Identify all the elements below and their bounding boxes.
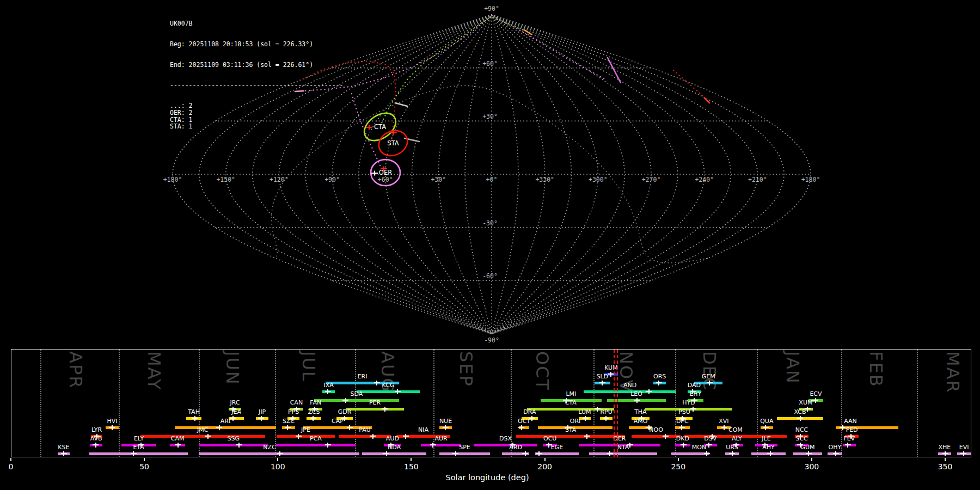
shower-label-NDA: NDA xyxy=(388,444,401,451)
shower-label-SPE: SPE xyxy=(459,444,470,451)
month-label-JUL: JUL xyxy=(298,351,319,382)
shower-label-DRA: DRA xyxy=(523,409,536,415)
shower-peak-marker-ECV xyxy=(812,398,818,403)
shower-label-PSU: PSU xyxy=(678,409,690,415)
shower-label-SSG: SSG xyxy=(227,436,240,442)
shower-label-ORS: ORS xyxy=(653,373,666,380)
x-tick-label-250: 250 xyxy=(671,462,685,471)
shower-label-AHY: AHY xyxy=(762,444,775,451)
shower-label-CAM: CAM xyxy=(171,436,185,442)
shower-label-ARI: ARI xyxy=(220,418,230,425)
shower-peak-marker-ERI xyxy=(374,381,380,385)
shower-label-FAN: FAN xyxy=(310,400,321,406)
shower-label-ALY: ALY xyxy=(732,436,742,442)
shower-label-NZC: NZC xyxy=(263,444,275,451)
shower-label-DSV: DSV xyxy=(704,436,716,442)
month-gridline-JUL xyxy=(275,350,276,457)
shower-label-QUA: QUA xyxy=(760,418,773,425)
shower-label-HYD: HYD xyxy=(682,400,695,406)
shower-label-LMI: LMI xyxy=(566,391,576,397)
month-gridline-JUN xyxy=(199,350,200,457)
begin-time: Beg: 20251108 20:18:53 (sol = 226.33°) xyxy=(170,41,344,48)
shower-peak-marker-QUA xyxy=(763,425,769,430)
current-sol-cursor xyxy=(617,350,618,457)
shower-label-KCG: KCG xyxy=(382,382,395,389)
month-label-FEB: FEB xyxy=(866,351,886,388)
shower-label-ERI: ERI xyxy=(358,373,367,380)
shower-label-DAD: DAD xyxy=(688,382,701,389)
shower-label-RPU: RPU xyxy=(600,409,612,415)
x-tick-label-200: 200 xyxy=(537,462,552,471)
shower-label-XVI: XVI xyxy=(719,418,728,425)
shower-label-NOO: NOO xyxy=(649,427,663,433)
shower-peak-marker-ARD xyxy=(522,451,528,456)
shower-label-GDR: GDR xyxy=(338,409,352,415)
shower-label-AUD: AUD xyxy=(386,436,399,442)
shower-peak-marker-NIA xyxy=(403,434,409,439)
shower-bar-AND xyxy=(584,390,676,393)
shower-peak-marker-ORS xyxy=(656,381,662,385)
meteor-observation-plot: { "header": { "station": "UK007B", "beg"… xyxy=(0,0,980,490)
shower-peak-marker-JMC xyxy=(205,434,211,439)
shower-peak-marker-TAH xyxy=(192,416,198,421)
x-tick-300 xyxy=(811,458,812,461)
shower-peak-marker-URS xyxy=(729,451,735,456)
shower-peak-marker-PER xyxy=(382,407,388,412)
shower-label-DSX: DSX xyxy=(499,436,512,442)
shower-bar-PER xyxy=(346,408,404,411)
end-time: End: 20251109 03:11:36 (sol = 226.61°) xyxy=(170,62,344,69)
shower-label-NTA: NTA xyxy=(617,444,629,451)
shower-label-OCU: OCU xyxy=(543,436,556,442)
shower-peak-marker-XHE xyxy=(942,451,948,456)
shower-label-XCB: XCB xyxy=(794,409,806,415)
shower-label-COM: COM xyxy=(728,427,743,433)
station-id: UK007B xyxy=(170,20,344,27)
shower-label-AND: AND xyxy=(623,382,636,389)
shower-label-ORI: ORI xyxy=(570,418,581,425)
shower-peak-marker-KUM xyxy=(608,372,614,377)
shower-label-OER: OER xyxy=(613,436,626,442)
shower-peak-marker-OHY xyxy=(833,451,839,456)
shower-peak-marker-AVB xyxy=(93,443,99,448)
shower-bar-SDA xyxy=(314,399,399,402)
shower-label-JRC: JRC xyxy=(230,400,240,406)
shower-label-ETA: ETA xyxy=(133,444,144,451)
shower-label-OCT: OCT xyxy=(518,418,530,425)
month-label-JAN: JAN xyxy=(782,351,803,384)
shower-label-PAU: PAU xyxy=(359,427,371,433)
x-tick-label-50: 50 xyxy=(139,462,149,471)
shower-label-NCC: NCC xyxy=(795,427,808,433)
shower-label-ARD: ARD xyxy=(509,444,522,451)
shower-peak-marker-CTA xyxy=(595,407,601,412)
shower-peak-marker-ETA xyxy=(131,451,137,456)
shower-label-URS: URS xyxy=(726,444,738,451)
shower-peak-marker-GEM xyxy=(707,381,713,385)
shower-peak-marker-OCT xyxy=(518,425,524,430)
shower-peak-marker-JIP xyxy=(258,416,264,421)
shower-label-XHE: XHE xyxy=(938,444,951,451)
shower-peak-marker-AUR xyxy=(430,443,436,448)
shower-label-ELY: ELY xyxy=(134,436,144,442)
shower-peak-marker-AHY xyxy=(767,451,773,456)
shower-peak-marker-AAN xyxy=(840,425,846,430)
shower-bar-KCG xyxy=(357,390,420,393)
shower-peak-marker-RPU xyxy=(603,416,609,421)
x-tick-150 xyxy=(411,458,412,461)
shower-label-SDA: SDA xyxy=(350,391,363,397)
shower-label-LEO: LEO xyxy=(630,391,642,397)
shower-label-HVI: HVI xyxy=(107,418,118,425)
shower-peak-marker-KCG xyxy=(395,389,401,394)
shower-label-EGE: EGE xyxy=(551,444,563,451)
activity-timeline: Solar longitude (deg) APRMAYJUNJULAUGSEP… xyxy=(0,0,980,490)
shower-label-AVB: AVB xyxy=(90,436,102,442)
month-gridline-FEB xyxy=(841,350,842,457)
shower-label-THA: THA xyxy=(634,409,647,415)
month-gridline-NOV xyxy=(593,350,595,457)
shower-bar-ETA xyxy=(89,452,188,455)
shower-label-JLE: JLE xyxy=(762,436,770,442)
shower-label-STA: STA xyxy=(565,427,576,433)
shower-bar-DSX xyxy=(474,444,537,446)
shower-label-SCC: SCC xyxy=(795,436,807,442)
shower-peak-marker-JEA xyxy=(230,416,236,421)
shower-peak-marker-PAU xyxy=(370,434,376,439)
